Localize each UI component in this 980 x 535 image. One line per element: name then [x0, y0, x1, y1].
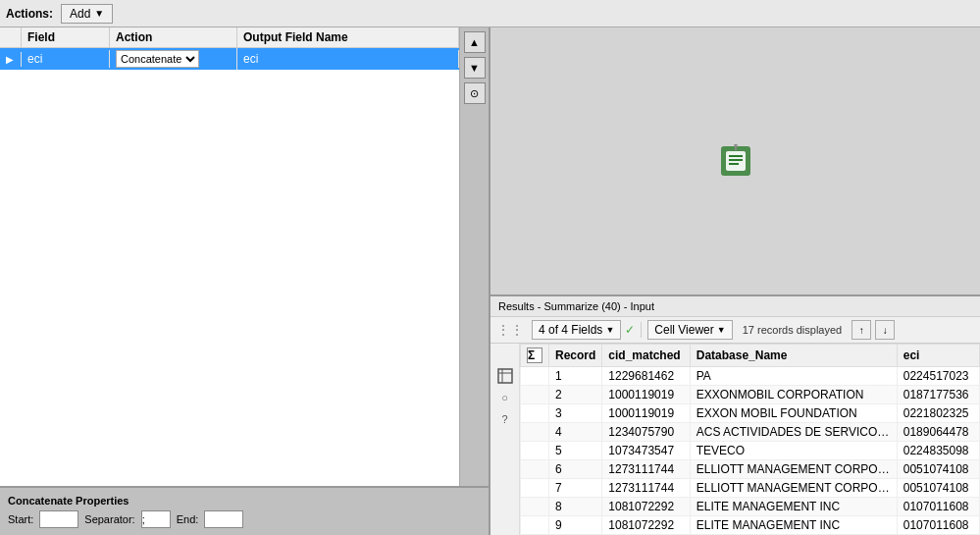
td-record: 8	[549, 498, 602, 516]
th-action: Action	[110, 27, 237, 47]
results-section: Results - Summarize (40) - Input ⋮⋮ 4 of…	[490, 294, 980, 535]
table-row[interactable]: 3 1000119019 EXXON MOBIL FOUNDATION 0221…	[521, 404, 980, 423]
td-select	[521, 423, 549, 442]
td-eci: 0224835098	[897, 442, 979, 460]
fields-button[interactable]: 4 of 4 Fields ▼	[532, 320, 621, 340]
td-cid: 1234075790	[602, 423, 690, 442]
actions-table: Field Action Output Field Name ▶ eci Con…	[0, 27, 459, 486]
td-db-name: EXXON MOBIL FOUNDATION	[690, 404, 897, 423]
table-row[interactable]: 8 1081072292 ELITE MANAGEMENT INC 010701…	[521, 498, 980, 516]
table-row[interactable]: 7 1273111744 ELLIOTT MANAGEMENT CORPORAT…	[521, 479, 980, 498]
td-record: 7	[549, 479, 602, 498]
td-eci: 0107011608	[897, 516, 979, 535]
td-eci: 0224517023	[897, 367, 979, 386]
nav-down-button[interactable]: ↓	[875, 320, 895, 340]
th-cid: cid_matched	[602, 345, 690, 367]
move-down-button[interactable]: ▼	[464, 57, 486, 79]
nav-up-button[interactable]: ↑	[851, 320, 871, 340]
left-inner: Field Action Output Field Name ▶ eci Con…	[0, 27, 489, 486]
td-cid: 1273111744	[602, 479, 690, 498]
concat-fields-row: Start: Separator: End:	[8, 510, 481, 528]
end-input[interactable]	[204, 510, 243, 528]
td-cid: 1081072292	[602, 498, 690, 516]
td-select	[521, 498, 549, 516]
td-eci: 0051074108	[897, 479, 979, 498]
separator-input[interactable]	[141, 510, 171, 528]
concat-title: Concatenate Properties	[8, 495, 481, 507]
td-eci: 0189064478	[897, 423, 979, 442]
add-button[interactable]: Add ▼	[61, 4, 113, 24]
toolbar-dots: ⋮⋮	[496, 322, 524, 338]
separator-line	[641, 322, 642, 338]
left-panel: Field Action Output Field Name ▶ eci Con…	[0, 27, 490, 535]
td-db-name: EXXONMOBIL CORPORATION	[690, 386, 897, 404]
add-button-label: Add	[70, 7, 90, 21]
td-db-name: ACS ACTIVIDADES DE SERVICOS, COMUNICACIO…	[690, 423, 897, 442]
canvas-icon-container	[716, 141, 755, 181]
table-row[interactable]: 1 1229681462 PA 0224517023	[521, 367, 980, 386]
td-db-name: ELLIOTT MANAGEMENT CORPORATION	[690, 479, 897, 498]
circle-button[interactable]: ⊙	[464, 82, 486, 104]
fields-dropdown-arrow: ▼	[605, 325, 614, 335]
svg-rect-2	[729, 155, 743, 157]
cell-viewer-button[interactable]: Cell Viewer ▼	[647, 320, 732, 340]
td-cid: 1081072292	[602, 516, 690, 535]
td-eci: 0187177536	[897, 386, 979, 404]
td-cid: 1229681462	[602, 367, 690, 386]
td-record: 6	[549, 460, 602, 479]
td-eci: 0051074108	[897, 460, 979, 479]
records-count: 17 records displayed	[743, 324, 843, 336]
svg-rect-4	[729, 163, 739, 165]
circle-icon: ○	[494, 387, 516, 408]
start-input[interactable]	[39, 510, 78, 528]
canvas-area	[490, 27, 980, 294]
table-body: ▶ eci Concatenate eci	[0, 48, 459, 486]
table-row[interactable]: 6 1273111744 ELLIOTT MANAGEMENT CORPORAT…	[521, 460, 980, 479]
td-select	[521, 367, 549, 386]
td-db-name: ELITE MANAGEMENT INC	[690, 498, 897, 516]
td-record: 2	[549, 386, 602, 404]
tool-icon	[716, 141, 755, 181]
start-label: Start:	[8, 513, 33, 525]
fields-btn-label: 4 of 4 Fields	[539, 323, 602, 337]
td-row-arrow: ▶	[0, 52, 22, 67]
move-up-button[interactable]: ▲	[464, 31, 486, 53]
checkmark-icon: ✓	[625, 323, 635, 337]
td-select	[521, 442, 549, 460]
table-row[interactable]: 9 1081072292 ELITE MANAGEMENT INC 010701…	[521, 516, 980, 535]
td-record: 3	[549, 404, 602, 423]
td-record: 9	[549, 516, 602, 535]
th-output: Output Field Name	[237, 27, 459, 47]
table-row[interactable]: ▶ eci Concatenate eci	[0, 48, 459, 70]
td-db-name: ELLIOTT MANAGEMENT CORPORATION	[690, 460, 897, 479]
td-eci: 0221802325	[897, 404, 979, 423]
td-db-name: TEVECO	[690, 442, 897, 460]
results-header: Results - Summarize (40) - Input	[490, 296, 980, 317]
th-record: Record	[549, 345, 602, 367]
right-controls: ▲ ▼ ⊙	[459, 27, 489, 486]
actions-label: Actions:	[6, 7, 53, 21]
td-select	[521, 479, 549, 498]
td-cid: 1273111744	[602, 460, 690, 479]
table-row[interactable]: 2 1000119019 EXXONMOBIL CORPORATION 0187…	[521, 386, 980, 404]
td-action-concatenate: Concatenate	[110, 48, 237, 70]
td-record: 5	[549, 442, 602, 460]
table-row[interactable]: 5 1073473547 TEVECO 0224835098	[521, 442, 980, 460]
separator-label: Separator:	[84, 513, 134, 525]
th-database-name: Database_Name	[690, 345, 897, 367]
action-select[interactable]: Concatenate	[116, 50, 199, 68]
td-output-eci: eci	[237, 50, 459, 68]
select-all-checkbox[interactable]: Σ	[527, 348, 542, 363]
main-layout: Field Action Output Field Name ▶ eci Con…	[0, 27, 980, 535]
td-cid: 1000119019	[602, 386, 690, 404]
svg-rect-7	[498, 369, 512, 383]
td-select	[521, 460, 549, 479]
td-record: 1	[549, 367, 602, 386]
viewer-dropdown-arrow: ▼	[717, 325, 726, 335]
th-select: Σ	[521, 345, 549, 367]
svg-rect-3	[729, 159, 743, 161]
table-row[interactable]: 4 1234075790 ACS ACTIVIDADES DE SERVICOS…	[521, 423, 980, 442]
data-table-wrapper: ○ ? Σ Record cid_matched Database_Name	[490, 344, 980, 535]
data-table: Σ Record cid_matched Database_Name eci 1…	[520, 344, 980, 535]
td-record: 4	[549, 423, 602, 442]
